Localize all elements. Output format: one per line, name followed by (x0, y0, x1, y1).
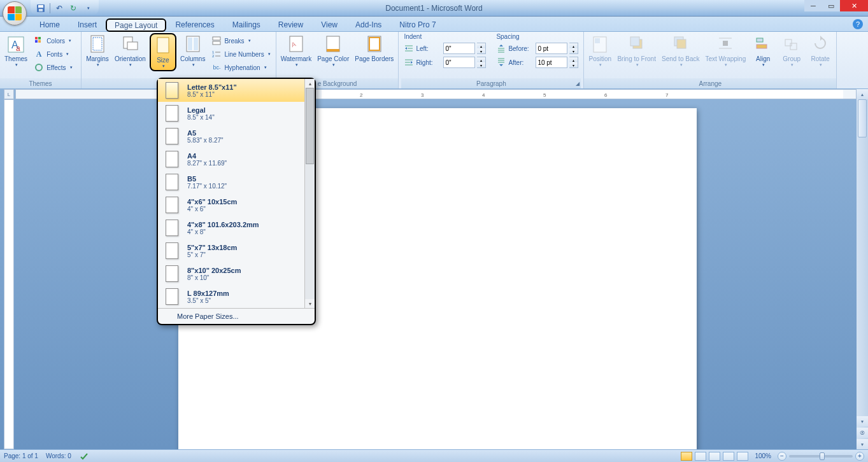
tab-insert[interactable]: Insert (69, 18, 106, 31)
redo-icon[interactable]: ↻ (68, 3, 78, 13)
size-option[interactable]: 5"x7" 13x18cm 5" x 7" (158, 239, 315, 262)
group-themes: Aa Themes ▾ Colors▾ AFonts▾ Effects▾ The… (0, 32, 82, 88)
help-icon[interactable]: ? (853, 19, 863, 29)
indent-right-spinner[interactable]: ▴▾ (477, 57, 486, 68)
effects-button[interactable]: Effects▾ (31, 61, 75, 74)
hyphenation-button[interactable]: bc-Hyphenation▾ (209, 61, 273, 74)
size-button[interactable]: Size▾ (150, 33, 176, 71)
spacing-after-spinner[interactable]: ▴▾ (569, 57, 578, 68)
svg-rect-19 (213, 37, 220, 40)
size-option[interactable]: 4"x6" 10x15cm 4" x 6" (158, 193, 315, 216)
tab-view[interactable]: View (312, 18, 346, 31)
vertical-scrollbar[interactable]: ▴ ▾ ⦿ ▾ (857, 89, 868, 449)
watermark-button[interactable]: A Watermark▾ (279, 33, 314, 69)
scroll-up-icon[interactable]: ▴ (857, 89, 868, 99)
close-button[interactable]: ✕ (840, 0, 868, 11)
prev-page-icon[interactable]: ⦿ (857, 428, 868, 438)
fonts-button[interactable]: AFonts▾ (31, 48, 75, 60)
zoom-in-button[interactable]: + (855, 452, 864, 461)
breaks-button[interactable]: Breaks▾ (209, 34, 273, 47)
vertical-ruler[interactable] (4, 99, 14, 449)
indent-right-input[interactable] (443, 57, 475, 68)
view-outline[interactable] (723, 452, 734, 461)
status-words[interactable]: Words: 0 (46, 452, 71, 459)
save-icon[interactable] (36, 3, 46, 13)
scroll-up-icon[interactable]: ▴ (305, 79, 315, 88)
size-option[interactable]: A4 8.27" x 11.69" (158, 148, 315, 171)
page-icon (166, 105, 178, 122)
indent-left-input[interactable] (443, 43, 475, 54)
size-option[interactable]: 8"x10" 20x25cm 8" x 10" (158, 262, 315, 285)
view-full-screen[interactable] (695, 452, 706, 461)
position-button[interactable]: Position▾ (587, 33, 613, 69)
view-draft[interactable] (737, 452, 748, 461)
indent-left-spinner[interactable]: ▴▾ (477, 43, 486, 54)
send-back-button[interactable]: Send to Back▾ (660, 33, 701, 69)
size-option[interactable]: 4"x8" 101.6x203.2mm 4" x 8" (158, 216, 315, 239)
tab-references[interactable]: References (166, 18, 223, 31)
spacing-before-spinner[interactable]: ▴▾ (569, 43, 578, 54)
ruler-corner[interactable]: L (4, 89, 14, 99)
zoom-level[interactable]: 100% (755, 452, 771, 459)
zoom-out-button[interactable]: − (778, 452, 786, 461)
tab-mailings[interactable]: Mailings (224, 18, 269, 31)
tab-nitro[interactable]: Nitro Pro 7 (390, 18, 445, 31)
bring-front-button[interactable]: Bring to Front▾ (615, 33, 658, 69)
view-web-layout[interactable] (709, 452, 720, 461)
text-wrap-button[interactable]: Text Wrapping▾ (703, 33, 748, 69)
qat-customize-icon[interactable]: ▾ (83, 3, 94, 13)
align-button[interactable]: Align▾ (750, 33, 776, 69)
tab-home[interactable]: Home (31, 18, 69, 31)
scroll-down-icon[interactable]: ▾ (305, 299, 315, 308)
undo-icon[interactable]: ↶ (54, 3, 64, 13)
size-option[interactable]: L 89x127mm 3.5" x 5" (158, 285, 315, 308)
minimize-button[interactable]: ─ (804, 0, 822, 11)
size-name: 5"x7" 13x18cm (187, 244, 237, 251)
view-print-layout[interactable] (681, 452, 692, 461)
rotate-button[interactable]: Rotate▾ (807, 33, 834, 69)
themes-icon: Aa (6, 34, 26, 55)
ribbon-tabs: Home Insert Page Layout References Maili… (0, 17, 868, 32)
size-option[interactable]: B5 7.17" x 10.12" (158, 171, 315, 193)
page-color-button[interactable]: Page Color▾ (315, 33, 351, 69)
zoom-slider-thumb[interactable] (820, 452, 825, 460)
line-numbers-button[interactable]: 12Line Numbers▾ (209, 48, 273, 60)
spellcheck-icon[interactable] (79, 451, 89, 461)
columns-button[interactable]: Columns▾ (178, 33, 207, 69)
spacing-after-input[interactable] (536, 57, 567, 68)
tab-addins[interactable]: Add-Ins (346, 18, 390, 31)
group-button[interactable]: Group▾ (778, 33, 805, 69)
size-option[interactable]: A5 5.83" x 8.27" (158, 125, 315, 148)
themes-button[interactable]: Aa Themes ▾ (3, 33, 29, 69)
page-borders-button[interactable]: Page Borders (353, 33, 395, 64)
margins-button[interactable]: Margins▾ (84, 33, 111, 69)
zoom-slider[interactable] (789, 455, 853, 458)
office-button[interactable] (3, 1, 27, 25)
orientation-button[interactable]: Orientation▾ (113, 33, 148, 69)
maximize-button[interactable]: ▭ (822, 0, 840, 11)
size-option[interactable]: Legal 8.5" x 14" (158, 102, 315, 125)
colors-button[interactable]: Colors▾ (31, 34, 75, 47)
spacing-before-input[interactable] (536, 43, 567, 54)
size-dimensions: 8.5" x 11" (187, 91, 237, 98)
more-paper-sizes[interactable]: More Paper Sizes... (158, 308, 315, 324)
tab-review[interactable]: Review (269, 18, 312, 31)
spacing-before-label: Before: (508, 45, 534, 52)
titlebar: ↶ ↻ ▾ Document1 - Microsoft Word ─ ▭ ✕ (0, 0, 868, 17)
horizontal-ruler[interactable]: 234567 (15, 89, 857, 99)
status-page[interactable]: Page: 1 of 1 (4, 452, 38, 459)
launcher-icon[interactable]: ◢ (576, 81, 580, 87)
scroll-thumb[interactable] (858, 99, 867, 137)
menu-scrollbar[interactable]: ▴ ▾ (304, 79, 315, 308)
page-icon (166, 265, 178, 282)
next-page-icon[interactable]: ▾ (857, 439, 868, 449)
svg-rect-14 (127, 42, 138, 50)
document-area: L 234567 ▴ ▾ ⦿ ▾ (0, 89, 868, 449)
size-option[interactable]: Letter 8.5"x11" 8.5" x 11" (158, 79, 315, 102)
svg-point-10 (36, 64, 42, 71)
margins-icon (87, 34, 108, 55)
scroll-down-icon[interactable]: ▾ (857, 416, 868, 426)
tab-page-layout[interactable]: Page Layout (106, 18, 166, 32)
spacing-before-icon (496, 43, 506, 53)
scroll-thumb[interactable] (306, 88, 314, 164)
